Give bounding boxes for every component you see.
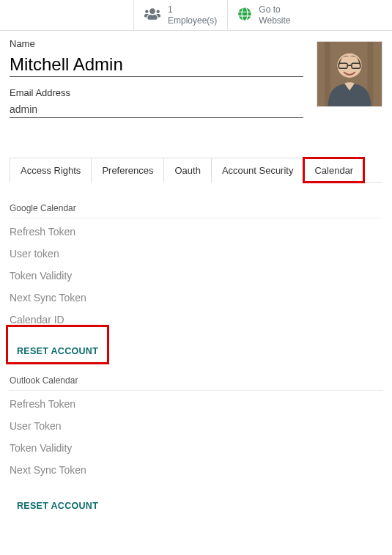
tab-oauth[interactable]: Oauth — [163, 158, 211, 183]
employees-stat-text: 1 Employee(s) — [168, 4, 217, 26]
google-refresh-token: Refresh Token — [10, 218, 382, 240]
globe-icon — [238, 7, 251, 23]
google-calendar-id: Calendar ID — [10, 306, 382, 328]
goto-website-button[interactable]: Go to Website — [227, 0, 300, 30]
name-field: Name — [10, 38, 303, 77]
name-label: Name — [10, 38, 303, 49]
employees-count: 1 — [168, 4, 173, 15]
main-form: Name Email Address — [0, 31, 392, 530]
outlook-next-sync-token: Next Sync Token — [10, 457, 382, 479]
email-input[interactable] — [10, 101, 303, 118]
outlook-user-token: User Token — [10, 413, 382, 435]
outlook-refresh-token: Refresh Token — [10, 391, 382, 413]
tab-access-rights[interactable]: Access Rights — [10, 158, 92, 183]
google-token-validity: Token Validity — [10, 262, 382, 284]
form-header: Name Email Address — [10, 38, 382, 128]
name-input[interactable] — [10, 52, 303, 77]
goto-line2: Website — [259, 15, 290, 26]
goto-line1: Go to — [259, 4, 280, 15]
email-field: Email Address — [10, 87, 303, 118]
google-next-sync-token: Next Sync Token — [10, 284, 382, 306]
topbar-spacer — [0, 0, 133, 30]
topbar: 1 Employee(s) Go to Website — [0, 0, 392, 31]
outlook-token-validity: Token Validity — [10, 435, 382, 457]
google-reset-button[interactable]: RESET ACCOUNT — [10, 342, 106, 361]
tab-calendar[interactable]: Calendar — [303, 158, 364, 183]
form-fields: Name Email Address — [10, 38, 303, 128]
employees-label: Employee(s) — [168, 15, 217, 26]
tab-preferences[interactable]: Preferences — [91, 158, 164, 183]
google-user-token: User token — [10, 240, 382, 262]
employees-stat-button[interactable]: 1 Employee(s) — [133, 0, 227, 30]
outlook-calendar-title: Outlook Calendar — [10, 375, 382, 391]
google-calendar-title: Google Calendar — [10, 203, 382, 218]
topbar-spacer-right — [301, 0, 393, 30]
email-label: Email Address — [10, 87, 303, 98]
tab-account-security[interactable]: Account Security — [211, 158, 305, 183]
tabs: Access Rights Preferences Oauth Account … — [10, 158, 382, 183]
users-icon — [144, 7, 160, 23]
google-reset-highlight: RESET ACCOUNT — [10, 328, 106, 361]
goto-website-text: Go to Website — [259, 4, 290, 26]
outlook-reset-button[interactable]: RESET ACCOUNT — [10, 496, 106, 515]
avatar[interactable] — [317, 41, 382, 107]
